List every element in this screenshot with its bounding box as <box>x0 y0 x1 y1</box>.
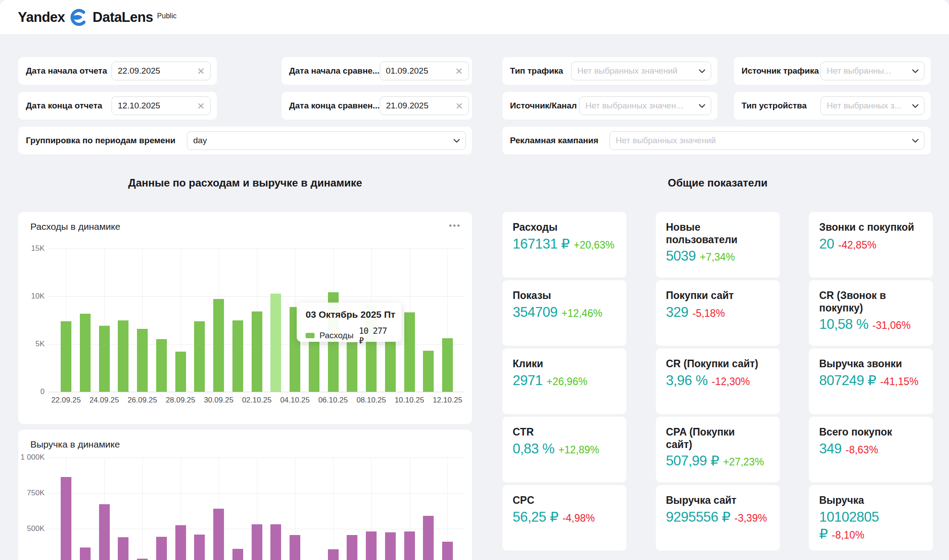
revenue-bar-28.09.25[interactable] <box>175 525 186 560</box>
expenses-bar-02.10.25[interactable] <box>252 311 262 392</box>
filter-label: Тип трафика <box>510 66 563 76</box>
expenses-bar-25.09.25[interactable] <box>118 320 128 392</box>
revenue-bar-23.09.25[interactable] <box>80 548 91 560</box>
revenue-bar-04.10.25[interactable] <box>290 535 300 560</box>
revenue-bar-27.09.25[interactable] <box>156 537 167 560</box>
revenue-bar-08.10.25[interactable] <box>366 531 377 560</box>
expenses-bar-30.09.25[interactable] <box>213 299 224 392</box>
report-start-date-input[interactable]: ✕ <box>112 62 211 80</box>
revenue-bar-01.10.25[interactable] <box>232 549 243 560</box>
kpi-delta: -12,30% <box>712 376 750 387</box>
revenue-bar-12.10.25[interactable] <box>442 542 453 560</box>
kpi-delta: +27,23% <box>723 456 764 468</box>
expenses-bar-11.10.25[interactable] <box>423 351 434 392</box>
report-end-date-value[interactable] <box>118 101 193 111</box>
kpi-card: CR (Звонок в покупку)10,58 %-31,06% <box>809 280 933 346</box>
brand-product-text: DataLens <box>93 9 153 25</box>
kpi-value: 329 <box>666 304 688 320</box>
expenses-bar-05.10.25[interactable] <box>309 341 319 392</box>
kpi-value-row: 3,96 %-12,30% <box>666 372 770 390</box>
compare-end-date-value[interactable] <box>386 101 452 111</box>
compare-start-date-value[interactable] <box>386 66 452 76</box>
kpi-value-row: 56,25 ₽-4,98% <box>513 509 616 526</box>
revenue-bar-09.10.25[interactable] <box>385 532 396 560</box>
x-axis-tick-label: 06.10.25 <box>318 396 348 405</box>
revenue-bar-07.10.25[interactable] <box>347 535 357 560</box>
report-end-date-input[interactable]: ✕ <box>112 96 211 115</box>
kpi-delta: -4,98% <box>562 512 595 524</box>
expenses-bar-03.10.25[interactable] <box>270 294 281 392</box>
traffic-source-select[interactable]: Нет выбранны... <box>821 62 924 80</box>
compare-end-date-input[interactable]: ✕ <box>380 96 469 115</box>
y-axis-tick-label: 1 000K <box>18 453 45 462</box>
revenue-bar-26.09.25[interactable] <box>137 559 148 560</box>
ad-campaign-select[interactable]: Нет выбранных значений <box>609 131 924 150</box>
select-placeholder: Нет выбранных значен... <box>585 101 683 111</box>
tooltip-date: 03 Октябрь 2025 Пт <box>306 309 393 320</box>
kpi-value: 354709 <box>513 304 557 320</box>
kpi-value-row: 10,58 %-31,06% <box>819 316 923 333</box>
expenses-bar-26.09.25[interactable] <box>137 329 148 392</box>
chevron-down-icon <box>453 139 460 143</box>
filter-label: Дата конца отчета <box>26 101 102 111</box>
expenses-bar-27.09.25[interactable] <box>156 339 167 392</box>
time-grouping-select[interactable]: day <box>187 131 466 150</box>
revenue-bar-06.10.25[interactable] <box>328 549 339 560</box>
filter-label: Рекламная кампания <box>510 136 598 145</box>
revenue-bar-25.09.25[interactable] <box>118 537 128 560</box>
revenue-bar-30.09.25[interactable] <box>213 509 224 560</box>
kpi-card: CTR0,83 %+12,89% <box>502 417 626 482</box>
expenses-bar-01.10.25[interactable] <box>232 320 243 392</box>
source-channel-select[interactable]: Нет выбранных значен... <box>579 96 711 115</box>
expenses-bar-28.09.25[interactable] <box>175 352 186 392</box>
kpi-card: Выручка звонки807249 ₽-41,15% <box>809 348 933 414</box>
clear-icon[interactable]: ✕ <box>197 66 205 76</box>
clear-icon[interactable]: ✕ <box>455 66 463 76</box>
kpi-value: 2971 <box>513 373 543 388</box>
filter-label: Дата конца сравнен... <box>289 101 380 111</box>
revenue-bar-24.09.25[interactable] <box>99 504 110 560</box>
filter-source-channel: Источник/Канал Нет выбранных значен... <box>502 92 717 120</box>
kpi-card: CR (Покупки сайт)3,96 %-12,30% <box>656 348 780 414</box>
expenses-bar-22.09.25[interactable] <box>61 321 71 392</box>
traffic-type-select[interactable]: Нет выбранных значений <box>571 62 711 80</box>
kpi-card: Показы354709+12,46% <box>502 280 626 346</box>
expenses-bar-24.09.25[interactable] <box>99 326 110 392</box>
clear-icon[interactable]: ✕ <box>197 101 205 111</box>
revenue-bar-29.09.25[interactable] <box>194 535 205 560</box>
revenue-bar-03.10.25[interactable] <box>270 524 281 560</box>
compare-start-date-input[interactable]: ✕ <box>380 62 469 80</box>
expenses-bar-09.10.25[interactable] <box>385 340 396 392</box>
revenue-bar-10.10.25[interactable] <box>404 531 415 560</box>
report-start-date-value[interactable] <box>118 66 193 76</box>
kpi-grid: Расходы167131 ₽+20,63%Новые пользователи… <box>502 212 933 551</box>
expenses-bar-23.09.25[interactable] <box>80 314 91 392</box>
expenses-bar-07.10.25[interactable] <box>347 342 357 392</box>
expenses-bar-12.10.25[interactable] <box>442 338 453 392</box>
kpi-delta: -8,10% <box>832 529 864 541</box>
revenue-bar-22.09.25[interactable] <box>61 477 71 560</box>
kpi-card: Выручка10102805 ₽-8,10% <box>809 485 933 551</box>
expenses-bar-29.09.25[interactable] <box>194 321 205 392</box>
revenue-bar-02.10.25[interactable] <box>252 524 262 560</box>
kpi-card: CPC56,25 ₽-4,98% <box>502 485 626 551</box>
select-placeholder: Нет выбранных значений <box>616 136 716 145</box>
chevron-down-icon <box>912 69 919 73</box>
y-gridline <box>49 392 464 392</box>
kpi-section-title: Общие показатели <box>502 176 933 190</box>
kpi-value-row: 354709+12,46% <box>513 304 616 321</box>
kpi-value-row: 5039+7,34% <box>666 248 770 265</box>
kpi-delta: -31,06% <box>872 319 911 331</box>
expenses-bar-10.10.25[interactable] <box>404 312 415 392</box>
expenses-chart-plot: 05K10K15K22.09.2524.09.2526.09.2528.09.2… <box>18 212 472 424</box>
kpi-card: Клики2971+26,96% <box>502 348 626 414</box>
y-axis-tick-label: 750K <box>18 489 45 498</box>
kpi-delta: +7,34% <box>700 251 735 263</box>
kpi-label: CR (Покупки сайт) <box>666 358 763 370</box>
x-gridline <box>333 457 334 560</box>
device-type-select[interactable]: Нет выбранных з... <box>821 96 924 115</box>
revenue-bar-11.10.25[interactable] <box>423 516 434 560</box>
filter-compare-end-date: Дата конца сравнен... ✕ <box>282 92 472 120</box>
clear-icon[interactable]: ✕ <box>456 101 464 111</box>
y-axis-tick-label: 10K <box>18 292 45 301</box>
